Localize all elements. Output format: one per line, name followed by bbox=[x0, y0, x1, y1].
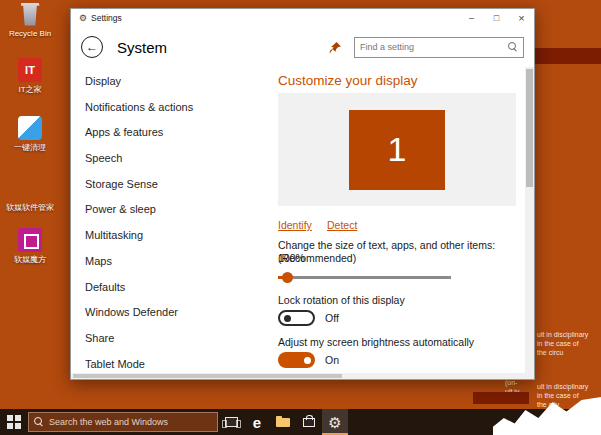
brightness-row: On bbox=[278, 352, 339, 368]
settings-window: ⚙ Settings – □ × ← System Display Notifi… bbox=[70, 8, 535, 380]
settings-sidebar: Display Notifications & actions Apps & f… bbox=[71, 69, 261, 373]
task-view-icon bbox=[225, 417, 238, 427]
desktop-icon-recycle-bin[interactable]: Recycle Bin bbox=[4, 2, 56, 38]
slider-track[interactable] bbox=[278, 276, 451, 279]
desktop-icon-label: 软媒魔方 bbox=[4, 255, 56, 264]
desktop-icon-mofang[interactable]: 软媒魔方 bbox=[4, 228, 56, 264]
sidebar-item-maps[interactable]: Maps bbox=[71, 249, 261, 275]
start-button[interactable] bbox=[0, 409, 28, 435]
maximize-button[interactable]: □ bbox=[484, 9, 509, 27]
bg-text-line: the circu bbox=[537, 348, 588, 357]
display-settings-panel: Customize your display 1 Identify Detect… bbox=[278, 67, 516, 373]
vertical-scrollbar[interactable] bbox=[525, 67, 534, 373]
task-view-button[interactable] bbox=[218, 409, 244, 435]
identify-link[interactable]: Identify bbox=[278, 219, 312, 231]
display-preview-monitor[interactable]: 1 bbox=[349, 110, 445, 190]
desktop-icon-cleaner[interactable]: 一键清理 bbox=[4, 116, 56, 152]
detect-link[interactable]: Detect bbox=[327, 219, 357, 231]
scaling-label-recommended: (Recommended) bbox=[278, 252, 356, 265]
window-title: Settings bbox=[91, 13, 122, 23]
desktop-icon-label: 软媒软件管家 bbox=[4, 203, 56, 212]
recycle-bin-glyph bbox=[21, 3, 40, 26]
desktop-icon-label: IT之家 bbox=[4, 85, 56, 94]
close-button[interactable]: × bbox=[509, 9, 534, 27]
cleaner-icon bbox=[18, 116, 42, 140]
lock-rotation-state: Off bbox=[325, 312, 339, 324]
sidebar-item-defaults[interactable]: Defaults bbox=[71, 275, 261, 301]
horizontal-scrollbar[interactable] bbox=[71, 373, 534, 379]
lock-rotation-toggle[interactable] bbox=[278, 310, 315, 326]
settings-body: Display Notifications & actions Apps & f… bbox=[71, 67, 534, 373]
window-titlebar[interactable]: ⚙ Settings – □ × bbox=[71, 9, 534, 27]
settings-header: ← System bbox=[71, 27, 534, 67]
gear-icon: ⚙ bbox=[328, 415, 341, 430]
find-setting-search[interactable] bbox=[354, 37, 524, 58]
sidebar-item-speech[interactable]: Speech bbox=[71, 146, 261, 172]
sidebar-item-storage-sense[interactable]: Storage Sense bbox=[71, 172, 261, 198]
desktop-icon-ithome[interactable]: IT IT之家 bbox=[4, 58, 56, 94]
brightness-toggle[interactable] bbox=[278, 352, 315, 368]
slider-thumb[interactable] bbox=[282, 272, 293, 283]
bg-text-line: ult in disciplinary bbox=[537, 382, 588, 391]
page-title: System bbox=[117, 39, 167, 56]
section-heading: Customize your display bbox=[278, 73, 418, 88]
brightness-state: On bbox=[325, 354, 339, 366]
ithome-icon: IT bbox=[18, 58, 42, 82]
taskbar-store-button[interactable] bbox=[296, 409, 322, 435]
bg-text-line: ult in disciplinary bbox=[537, 330, 588, 339]
desktop-bg-text: ult in disciplinary in the case of the c… bbox=[537, 330, 588, 357]
lock-rotation-row: Off bbox=[278, 310, 339, 326]
search-icon bbox=[508, 42, 518, 52]
sidebar-item-multitasking[interactable]: Multitasking bbox=[71, 223, 261, 249]
brightness-label: Adjust my screen brightness automaticall… bbox=[278, 336, 474, 348]
sidebar-item-windows-defender[interactable]: Windows Defender bbox=[71, 300, 261, 326]
search-input[interactable] bbox=[360, 42, 508, 52]
store-icon bbox=[303, 418, 315, 427]
desktop-icon-software-manager[interactable]: 软媒软件管家 bbox=[4, 176, 56, 212]
sidebar-item-notifications[interactable]: Notifications & actions bbox=[71, 95, 261, 121]
taskbar-search[interactable] bbox=[28, 412, 218, 432]
scaling-slider[interactable] bbox=[278, 271, 451, 283]
sidebar-item-share[interactable]: Share bbox=[71, 326, 261, 352]
taskbar-edge-button[interactable]: e bbox=[244, 409, 270, 435]
redaction-bar bbox=[473, 392, 529, 404]
recycle-bin-icon bbox=[18, 2, 42, 26]
toggle-knob bbox=[304, 357, 311, 364]
minimize-button[interactable]: – bbox=[459, 9, 484, 27]
bg-text-line: in the case of bbox=[537, 339, 588, 348]
taskbar-file-explorer-button[interactable] bbox=[270, 409, 296, 435]
desktop-icon-label: Recycle Bin bbox=[4, 29, 56, 38]
vertical-scrollbar-thumb[interactable] bbox=[526, 69, 533, 187]
toggle-knob bbox=[284, 315, 291, 322]
search-icon bbox=[34, 417, 44, 427]
sidebar-item-tablet-mode[interactable]: Tablet Mode bbox=[71, 352, 261, 373]
display-preview: 1 bbox=[278, 93, 516, 206]
sidebar-item-power-sleep[interactable]: Power & sleep bbox=[71, 197, 261, 223]
lock-rotation-label: Lock rotation of this display bbox=[278, 294, 405, 306]
folder-icon bbox=[276, 418, 290, 427]
settings-app-icon: ⚙ bbox=[79, 13, 87, 23]
software-manager-icon bbox=[18, 176, 42, 200]
mofang-icon bbox=[18, 228, 42, 252]
taskbar-search-input[interactable] bbox=[49, 417, 212, 427]
back-button[interactable]: ← bbox=[81, 36, 103, 58]
pin-icon[interactable] bbox=[329, 41, 342, 54]
edge-icon: e bbox=[253, 414, 261, 431]
bg-text-line: in the case of bbox=[537, 391, 588, 400]
sidebar-item-display[interactable]: Display bbox=[71, 69, 261, 95]
horizontal-scrollbar-thumb[interactable] bbox=[73, 374, 342, 378]
desktop-icon-label: 一键清理 bbox=[4, 143, 56, 152]
window-controls: – □ × bbox=[459, 9, 534, 27]
sidebar-item-apps-features[interactable]: Apps & features bbox=[71, 120, 261, 146]
windows-logo-icon bbox=[7, 415, 21, 429]
taskbar-settings-button[interactable]: ⚙ bbox=[322, 409, 348, 435]
